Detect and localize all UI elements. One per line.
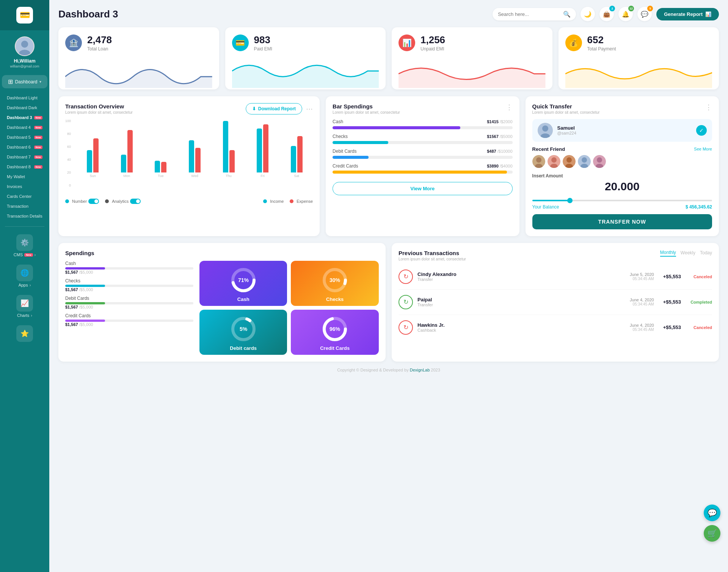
- stat-cards: 🏦 2,478 Total Loan 💳 983 Paid EMI: [58, 27, 719, 89]
- spending-item-checks: Checks $1567 /$5000: [333, 134, 512, 144]
- sidebar-item-dashboard4[interactable]: Dashboard 4 New: [4, 122, 46, 132]
- bar-sat-salmon: [297, 136, 303, 172]
- rf-avatar-3[interactable]: [563, 155, 576, 168]
- avatar: [15, 36, 35, 56]
- tab-weekly[interactable]: Weekly: [681, 250, 695, 256]
- sidebar-item-cards[interactable]: Cards Center: [4, 191, 46, 201]
- rf-avatar-2[interactable]: [548, 155, 560, 168]
- quick-transfer-more-icon[interactable]: ⋮: [705, 103, 712, 111]
- spend-label-checks: Checks: [65, 278, 193, 284]
- analytics-toggle[interactable]: [130, 199, 141, 204]
- prev-tx-subtitle: Lorem ipsum dolor sit amet, consectetur: [399, 257, 466, 261]
- tx-status-cindy: Canceled: [689, 274, 712, 279]
- tx-date-paipal: June 4, 2020 05:34:45 AM: [630, 298, 654, 306]
- bar-fri-salmon: [263, 124, 268, 172]
- apps-label: Apps ›: [19, 283, 31, 287]
- spending-bar-fill-debit: [333, 156, 369, 159]
- transfer-now-button[interactable]: TRANSFER NOW: [532, 214, 712, 229]
- sidebar-item-transaction-details[interactable]: Transaction Details: [4, 211, 46, 221]
- charts-section: 📈 Charts ›: [0, 291, 49, 321]
- sidebar-item-transaction[interactable]: Transaction: [4, 201, 46, 211]
- cms-icon-btn[interactable]: ⚙️: [16, 234, 33, 251]
- fab-cart-btn[interactable]: 🛒: [704, 525, 720, 542]
- bar-label-sun: Sun: [90, 174, 96, 178]
- bar-thu-teal: [223, 121, 228, 172]
- bar-label-tue: Tue: [158, 174, 163, 178]
- bar-spendings: Bar Spendings Lorem ipsum dolor sit amet…: [326, 96, 519, 236]
- sidebar-item-dashboard7[interactable]: Dashboard 7 New: [4, 152, 46, 162]
- sidebar-item-dashboard-dark[interactable]: Dashboard Dark: [4, 103, 46, 113]
- spend-item-credit: Credit Cards $1,567 /$5,000: [65, 313, 193, 327]
- apps-icon-btn[interactable]: 🌐: [16, 265, 33, 281]
- sidebar-item-dashboard6[interactable]: Dashboard 6 New: [4, 142, 46, 152]
- sidebar-item-dashboard3[interactable]: Dashboard 3 New: [4, 113, 46, 122]
- donut-label-debit: Debit cards: [230, 345, 257, 351]
- donut-svg-checks: 30%: [322, 267, 348, 293]
- legend-income: Income: [263, 199, 284, 204]
- rf-avatar-1[interactable]: [532, 155, 545, 168]
- download-icon: ⬇: [252, 106, 256, 111]
- sidebar-item-wallet[interactable]: My Wallet: [4, 172, 46, 182]
- main-content: Dashboard 3 🔍 🌙 👜 2 🔔 12 💬 5 Generate Re…: [49, 0, 728, 572]
- spending-amounts-credit: $3890 /$4000: [487, 164, 512, 168]
- footer-brand-link[interactable]: DexignLab: [410, 368, 430, 372]
- svg-text:5%: 5%: [240, 326, 248, 332]
- amount-slider[interactable]: [532, 200, 712, 201]
- tab-monthly[interactable]: Monthly: [660, 250, 676, 257]
- sidebar-username: Hi,William: [14, 58, 35, 64]
- unpaid-emi-label: Unpaid EMI: [420, 46, 445, 52]
- total-loan-value: 2,478: [87, 34, 112, 46]
- prev-tx-header: Previous Transactions Lorem ipsum dolor …: [399, 250, 712, 261]
- download-report-button[interactable]: ⬇ Download Report: [246, 103, 302, 114]
- bottom-section: Spendings Cash $1,567 /$5,000 Checks: [58, 243, 719, 362]
- sidebar-item-invoices[interactable]: Invoices: [4, 182, 46, 191]
- logo-icon[interactable]: 💳: [16, 7, 33, 24]
- sidebar-item-dashboard-light[interactable]: Dashboard Light: [4, 93, 46, 103]
- bar-sun-salmon: [93, 138, 99, 172]
- donut-svg-cash: 71%: [230, 267, 257, 293]
- bell-icon-btn[interactable]: 🔔 12: [618, 7, 633, 21]
- spend-vals-cash: $1,567 /$5,000: [65, 270, 193, 274]
- tx-type-cindy: Transfer: [417, 277, 457, 282]
- bar-spendings-more-icon[interactable]: ⋮: [506, 103, 513, 111]
- spend-vals-credit: $1,567 /$5,000: [65, 322, 193, 327]
- bell-badge: 12: [628, 6, 634, 11]
- donut-cash: 71% Cash: [199, 261, 287, 306]
- search-input[interactable]: [498, 11, 560, 17]
- msg-icon-btn[interactable]: 💬 5: [637, 7, 652, 21]
- spend-label-cash: Cash: [65, 261, 193, 266]
- charts-icon-btn[interactable]: 📈: [16, 295, 33, 312]
- sidebar-item-dashboard8[interactable]: Dashboard 8 New: [4, 162, 46, 172]
- tx-overview-more-icon[interactable]: ⋯: [306, 105, 313, 113]
- stat-card-unpaid-emi: 📊 1,256 Unpaid EMI: [392, 27, 552, 89]
- star-icon-btn[interactable]: ⭐: [16, 325, 33, 342]
- rf-avatar-5[interactable]: [593, 155, 606, 168]
- moon-icon-btn[interactable]: 🌙: [581, 7, 595, 21]
- tab-today[interactable]: Today: [700, 250, 712, 256]
- search-box[interactable]: 🔍: [493, 8, 576, 20]
- income-dot: [263, 199, 267, 203]
- fab-support-btn[interactable]: 💬: [704, 505, 720, 521]
- bag-icon-btn[interactable]: 👜 2: [599, 7, 614, 21]
- spend-item-checks: Checks $1,567 /$5,000: [65, 278, 193, 292]
- view-more-button[interactable]: View More: [333, 182, 512, 195]
- tx-date-hawkins: June 4, 2020 05:34:45 AM: [630, 323, 654, 332]
- svg-point-1: [21, 41, 28, 47]
- bar-wed-salmon: [195, 148, 201, 172]
- sidebar-item-dashboard5[interactable]: Dashboard 5 New: [4, 132, 46, 142]
- spending-bar-bg-cash: [333, 126, 512, 129]
- number-toggle[interactable]: [88, 199, 99, 204]
- rf-avatar-4[interactable]: [578, 155, 591, 168]
- spend-vals-checks: $1,567 /$5,000: [65, 287, 193, 292]
- quick-transfer-header: Quick Transfer Lorem ipsum dolor sit ame…: [532, 103, 712, 114]
- see-more-link[interactable]: See More: [694, 147, 712, 151]
- spendings-card-title: Spendings: [65, 250, 94, 256]
- expense-dot: [290, 199, 293, 203]
- footer: Copyright © Designed & Developed by Dexi…: [58, 362, 719, 374]
- donut-debit: 5% Debit cards: [199, 310, 287, 355]
- sidebar-dashboard-btn[interactable]: ⊞ Dashboard ▾: [2, 75, 48, 88]
- qt-user-card: Samuel @sam224 ✓: [532, 119, 712, 142]
- spending-label-debit: Debit Cards: [333, 149, 356, 154]
- spending-label-cash: Cash: [333, 119, 343, 124]
- generate-report-button[interactable]: Generate Report 📊: [656, 8, 719, 20]
